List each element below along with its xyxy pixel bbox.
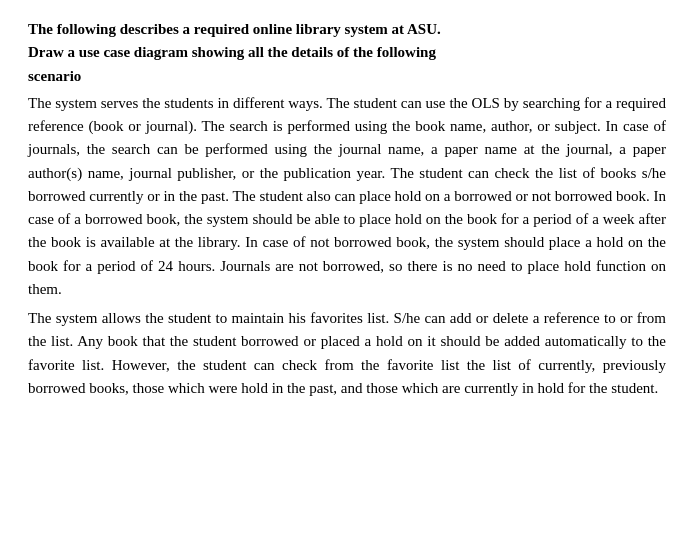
heading-line1: The following describes a required onlin… xyxy=(28,21,441,37)
heading-line3: scenario xyxy=(28,68,81,84)
heading-line2: Draw a use case diagram showing all the … xyxy=(28,44,436,60)
paragraph-1: The system serves the students in differ… xyxy=(28,92,666,301)
paragraph-2: The system allows the student to maintai… xyxy=(28,307,666,400)
content-area: The following describes a required onlin… xyxy=(0,0,694,424)
heading-block: The following describes a required onlin… xyxy=(28,18,666,88)
